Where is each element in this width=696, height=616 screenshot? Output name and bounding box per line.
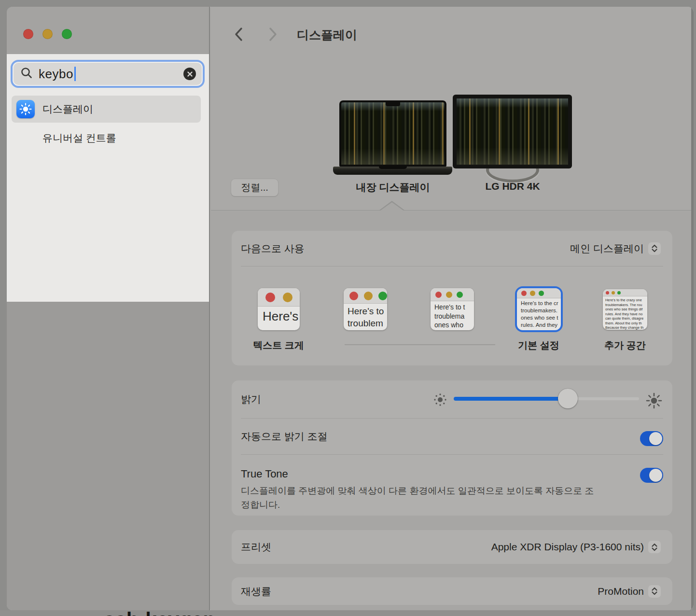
- search-result-label: 디스플레이: [42, 102, 93, 116]
- window-titlebar: [7, 7, 209, 54]
- brightness-slider-fill: [454, 397, 567, 401]
- zoom-traffic-light-button[interactable]: [62, 29, 72, 39]
- scaling-label-larger-text: 텍스트 크게: [235, 339, 322, 352]
- toggle-knob: [649, 469, 662, 482]
- scaling-tick-line: [345, 344, 495, 345]
- preset-label: 프리셋: [241, 540, 271, 554]
- mini-window-text: Here's to troublem: [344, 304, 387, 329]
- mini-yellow-dot-icon: [364, 292, 373, 300]
- brightness-bright-sun-icon: [646, 392, 662, 411]
- brightness-dim-sun-icon: [433, 392, 447, 409]
- refresh-rate-card: 재생률 ProMotion: [232, 577, 672, 605]
- mini-yellow-dot-icon: [283, 293, 292, 302]
- display-settings-pane: 디스플레이 내장 디스플레이 LG HDR 4K 정렬... 다음으로 사용: [211, 7, 694, 610]
- wallpaper-forest: [457, 98, 568, 165]
- true-tone-label: True Tone: [241, 468, 288, 480]
- popover-caret-icon: [380, 202, 404, 211]
- mini-yellow-dot-icon: [612, 291, 615, 294]
- system-settings-window: keybo: [7, 7, 694, 610]
- mini-window-titlebar: [431, 288, 474, 301]
- back-button[interactable]: [230, 27, 247, 42]
- search-result-displays[interactable]: 디스플레이: [12, 96, 201, 123]
- auto-brightness-label: 자동으로 밝기 조절: [241, 430, 328, 443]
- brightness-label: 밝기: [241, 392, 261, 406]
- mini-window-text: Here's to the crazy one troublemakers. T…: [603, 296, 647, 330]
- mini-red-dot-icon: [349, 292, 358, 300]
- mini-window-text: Here's: [258, 307, 300, 324]
- mini-window-titlebar: [517, 288, 561, 298]
- search-input[interactable]: keybo: [11, 60, 205, 88]
- mini-yellow-dot-icon: [446, 292, 452, 298]
- arrange-displays-button[interactable]: 정렬...: [231, 179, 278, 196]
- clear-search-button[interactable]: [183, 68, 196, 80]
- mini-red-dot-icon: [265, 293, 275, 302]
- refresh-rate-dropdown-stepper[interactable]: [648, 585, 661, 598]
- auto-brightness-toggle[interactable]: [640, 431, 663, 446]
- mini-green-dot-icon: [457, 292, 463, 298]
- mini-red-dot-icon: [606, 291, 609, 294]
- scaling-option-larger-text[interactable]: Here's: [258, 288, 300, 330]
- background-window-text: ssh-keygen: [104, 608, 215, 616]
- mini-yellow-dot-icon: [530, 291, 535, 296]
- true-tone-toggle[interactable]: [640, 468, 663, 483]
- search-query-text: keybo: [39, 67, 73, 82]
- mini-green-dot-icon: [539, 291, 544, 296]
- mini-red-dot-icon: [521, 291, 527, 296]
- search-results-panel: keybo: [7, 54, 209, 302]
- preset-value[interactable]: Apple XDR Display (P3-1600 nits): [491, 541, 644, 553]
- wallpaper-forest: [341, 102, 445, 165]
- refresh-rate-label: 재생률: [241, 585, 271, 598]
- search-result-label: 유니버설 컨트롤: [42, 131, 116, 145]
- desktop-background: keybo: [0, 0, 696, 616]
- builtin-display-label: 내장 디스플레이: [330, 181, 456, 194]
- mini-window-text: Here's to the cr troublemakers. ones who…: [517, 298, 561, 329]
- page-title: 디스플레이: [297, 27, 357, 43]
- use-as-and-scaling-card: 다음으로 사용 메인 디스플레이: [232, 231, 672, 365]
- mini-red-dot-icon: [435, 292, 442, 298]
- auto-brightness-row: 자동으로 밝기 조절: [232, 418, 672, 454]
- forward-button[interactable]: [265, 27, 281, 42]
- scaling-option-more-space[interactable]: Here's to the crazy one troublemakers. T…: [603, 289, 647, 330]
- background-window-strip: ssh-keygen: [0, 610, 696, 616]
- section-divider: [211, 210, 694, 210]
- scaling-label-more-space: 추가 공간: [582, 339, 668, 352]
- mini-green-dot-icon: [617, 291, 621, 294]
- use-as-dropdown-stepper[interactable]: [648, 242, 661, 255]
- minimize-traffic-light-button[interactable]: [42, 29, 53, 39]
- refresh-rate-row: 재생률 ProMotion: [232, 577, 672, 605]
- preset-dropdown-stepper[interactable]: [648, 541, 661, 553]
- brightness-card: 밝기: [232, 380, 672, 516]
- laptop-base: [333, 167, 452, 175]
- row-separator: [241, 454, 663, 455]
- display-brightness-icon: [16, 100, 35, 118]
- sidebar: keybo: [7, 7, 210, 610]
- search-result-universal-control[interactable]: 유니버설 컨트롤: [12, 125, 201, 152]
- text-caret: [74, 67, 76, 81]
- true-tone-description: 디스플레이를 주변광에 맞춰 색상이 다른 환경에서도 일관적으로 보이도록 자…: [241, 484, 600, 512]
- scaling-option-3[interactable]: Here's to t troublema ones who: [431, 288, 474, 330]
- preset-row: 프리셋 Apple XDR Display (P3-1600 nits): [232, 530, 672, 564]
- use-as-label: 다음으로 사용: [241, 242, 305, 255]
- display-thumbnail-builtin[interactable]: [339, 100, 446, 167]
- mini-window-titlebar: [603, 289, 647, 296]
- brightness-slider-knob[interactable]: [558, 389, 578, 408]
- row-separator: [241, 266, 663, 266]
- mini-window-titlebar: [344, 288, 387, 304]
- display-thumbnail-external[interactable]: [453, 95, 572, 168]
- mini-window-text: Here's to t troublema ones who: [431, 301, 474, 330]
- toggle-knob: [649, 432, 662, 445]
- preset-card: 프리셋 Apple XDR Display (P3-1600 nits): [232, 530, 672, 564]
- brightness-slider-track[interactable]: [454, 397, 640, 401]
- scaling-option-default-selected[interactable]: Here's to the cr troublemakers. ones who…: [517, 288, 561, 330]
- close-traffic-light-button[interactable]: [23, 29, 33, 39]
- mini-window-titlebar: [258, 288, 300, 307]
- scaling-label-default: 기본 설정: [495, 339, 582, 352]
- refresh-rate-value[interactable]: ProMotion: [598, 586, 644, 597]
- mini-green-dot-icon: [378, 292, 387, 300]
- search-input-inner[interactable]: keybo: [14, 63, 202, 85]
- search-icon: [20, 67, 33, 81]
- camera-notch: [386, 102, 400, 106]
- scaling-option-2[interactable]: Here's to troublem: [344, 288, 387, 330]
- window-edge-shadow: [691, 7, 694, 610]
- use-as-value[interactable]: 메인 디스플레이: [570, 242, 644, 255]
